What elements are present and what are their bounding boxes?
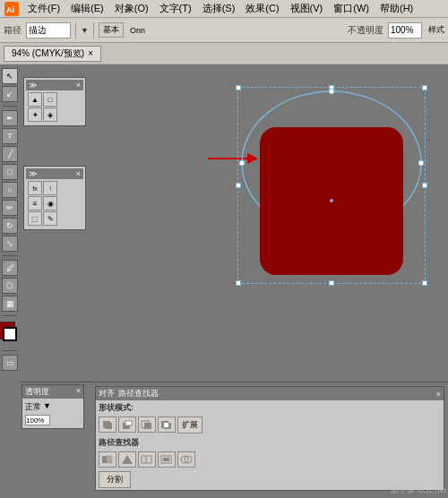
panel-icon-3[interactable]: ✦ <box>28 107 42 122</box>
rect-center <box>330 199 333 202</box>
canvas-white <box>91 64 448 382</box>
menu-edit[interactable]: 编辑(E) <box>66 1 108 16</box>
menu-bar: Ai 文件(F) 编辑(E) 对象(O) 文字(T) 选择(S) 效果(C) 视… <box>0 0 448 18</box>
stroke-color-box[interactable] <box>3 327 17 341</box>
pathfinder-icon-3[interactable] <box>138 451 156 468</box>
shape-modes-label: 形状模式: <box>96 400 444 415</box>
tool-gradient[interactable]: ▦ <box>2 296 18 312</box>
menu-select[interactable]: 选择(S) <box>198 1 240 16</box>
toolbar-basic-btn[interactable]: 基本 <box>99 22 124 38</box>
align-pathfinder-panel: 对齐 路径查找器 × 形状模式: <box>95 386 444 491</box>
svg-rect-9 <box>144 423 151 429</box>
ellipse-ctrl-left[interactable] <box>239 160 245 166</box>
toolbar: 箱径 ▼ 基本 Onn 不透明度 样式 <box>0 18 448 43</box>
transparency-panel: 透明度 × 正常 ▼ <box>22 384 84 429</box>
tool-text[interactable]: T <box>2 128 18 144</box>
toolbar-separator-1 <box>75 22 76 39</box>
canvas-area: ≫ × ▲ □ ✦ ◈ ≫ <box>20 64 448 382</box>
shape-mode-2[interactable] <box>118 416 136 433</box>
menu-window[interactable]: 窗口(W) <box>329 1 374 16</box>
panel-icon-1[interactable]: ▲ <box>28 92 42 107</box>
panel-icon-9[interactable]: ⬚ <box>28 211 42 226</box>
menu-object[interactable]: 对象(O) <box>110 1 153 16</box>
panel-icon-5[interactable]: fx <box>28 181 42 195</box>
main-layout: ↖ ↙ ✒ T ╱ □ ○ ✏ ↻ ⤡ 🖉 ⬡ ▦ ▭ <box>0 64 448 498</box>
tab-label: 94% (CMYK/预览) <box>12 47 84 60</box>
panel-icon-4[interactable]: ◈ <box>43 107 57 122</box>
menu-text[interactable]: 文字(T) <box>155 1 196 16</box>
expand-btn[interactable]: 扩展 <box>177 416 202 434</box>
menu-effect[interactable]: 效果(C) <box>241 1 283 16</box>
small-panel-2: ≫ × fx ↑ ≡ ◉ ⬚ ✎ <box>23 166 86 230</box>
opacity-input[interactable] <box>388 22 422 39</box>
tool-brush[interactable]: ✏ <box>2 200 18 216</box>
toolbar-onn-label: Onn <box>130 26 145 35</box>
tool-pen[interactable]: ✒ <box>2 110 18 126</box>
toolbar-right: 不透明度 样式 <box>348 22 444 39</box>
tool-blend[interactable]: ⬡ <box>2 278 18 294</box>
tool-scale[interactable]: ⤡ <box>2 236 18 252</box>
small-panel-1-title: ≫ × <box>26 80 83 90</box>
pathfinder-icon-4[interactable] <box>158 451 176 468</box>
shape-mode-4[interactable] <box>158 416 176 433</box>
small-panel-1: ≫ × ▲ □ ✦ ◈ <box>23 77 86 126</box>
pathfinder-icon-1[interactable] <box>99 451 116 468</box>
svg-rect-14 <box>107 456 112 463</box>
transparency-opacity-row <box>25 415 81 425</box>
tool-divider-4 <box>3 350 17 351</box>
tool-rect[interactable]: □ <box>2 164 18 180</box>
menu-items: 文件(F) 编辑(E) 对象(O) 文字(T) 选择(S) 效果(C) 视图(V… <box>23 1 418 16</box>
panel-icon-7[interactable]: ≡ <box>28 196 42 210</box>
pathfinder-tab[interactable]: 路径查找器 <box>118 388 159 399</box>
tool-line[interactable]: ╱ <box>2 146 18 162</box>
svg-text:Ai: Ai <box>6 5 14 14</box>
bottom-right: 对齐 路径查找器 × 形状模式: <box>91 382 448 498</box>
app-logo: Ai <box>4 2 20 16</box>
menu-view[interactable]: 视图(V) <box>286 1 328 16</box>
toolbar-path-label: 箱径 <box>4 24 22 37</box>
divide-button[interactable]: 分割 <box>99 471 131 488</box>
shape-mode-1[interactable] <box>99 416 116 433</box>
pathfinder-section-label: 路径查找器 <box>96 435 444 450</box>
pf-close[interactable]: × <box>436 390 441 399</box>
small-panel-2-icons: fx ↑ ≡ ◉ ⬚ ✎ <box>28 181 82 226</box>
left-sub-panel: ≫ × ▲ □ ✦ ◈ ≫ <box>20 64 91 382</box>
tool-screen-mode[interactable]: ▭ <box>2 355 18 371</box>
ellipse-ctrl-right[interactable] <box>418 160 424 166</box>
shape-mode-3[interactable] <box>138 416 156 433</box>
transparency-body: 正常 ▼ <box>22 399 83 428</box>
content-area: ≫ × ▲ □ ✦ ◈ ≫ <box>20 64 448 498</box>
tab-close[interactable]: × <box>88 48 93 58</box>
toolbar-mode-icon: ▼ <box>81 26 89 35</box>
tool-direct-select[interactable]: ↙ <box>2 86 18 102</box>
transparency-label: 透明度 <box>25 386 49 398</box>
panel-icon-6[interactable]: ↑ <box>43 181 57 195</box>
small-panel-1-icons: ▲ □ ✦ ◈ <box>28 92 82 122</box>
tool-rotate[interactable]: ↻ <box>2 218 18 234</box>
tool-ellipse[interactable]: ○ <box>2 182 18 198</box>
transparency-title: 透明度 × <box>22 385 83 399</box>
small-panel-2-title: ≫ × <box>26 168 83 179</box>
pathfinder-icon-2[interactable] <box>118 451 136 468</box>
bottom-left: 透明度 × 正常 ▼ <box>20 382 91 498</box>
menu-help[interactable]: 帮助(H) <box>375 1 418 16</box>
tool-eyedropper[interactable]: 🖉 <box>2 260 18 276</box>
svg-marker-15 <box>122 455 133 464</box>
pathfinder-icon-5[interactable] <box>177 451 195 468</box>
transparency-close[interactable]: × <box>76 386 81 398</box>
panel-icon-2[interactable]: □ <box>43 92 57 107</box>
align-tab[interactable]: 对齐 <box>99 388 115 399</box>
tools-panel: ↖ ↙ ✒ T ╱ □ ○ ✏ ↻ ⤡ 🖉 ⬡ ▦ ▭ <box>0 64 20 498</box>
document-tab[interactable]: 94% (CMYK/预览) × <box>4 46 101 62</box>
svg-rect-5 <box>106 423 112 429</box>
ellipse-ctrl-top[interactable] <box>329 89 334 94</box>
menu-file[interactable]: 文件(F) <box>23 1 65 16</box>
toolbar-stroke-input[interactable] <box>26 22 71 39</box>
drawing-area <box>233 82 430 288</box>
panel-icon-8[interactable]: ◉ <box>43 196 57 210</box>
svg-rect-7 <box>125 421 132 425</box>
transparency-opacity-input[interactable] <box>25 415 50 425</box>
tab-bar: 94% (CMYK/预览) × <box>0 43 448 64</box>
tool-select[interactable]: ↖ <box>2 68 18 84</box>
panel-icon-10[interactable]: ✎ <box>43 211 57 226</box>
